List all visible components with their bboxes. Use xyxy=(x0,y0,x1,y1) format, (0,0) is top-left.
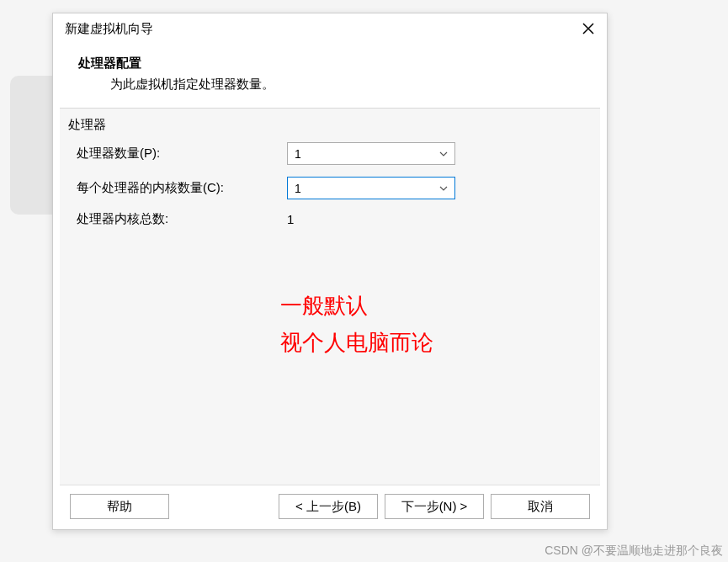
processor-count-row: 处理器数量(P): 1 xyxy=(60,136,600,171)
wizard-dialog: 新建虚拟机向导 处理器配置 为此虚拟机指定处理器数量。 处理器 处理器数量(P)… xyxy=(52,13,608,530)
processor-count-select[interactable]: 1 xyxy=(287,142,455,165)
annotation-line1: 一般默认 xyxy=(280,287,433,324)
header-section: 处理器配置 为此虚拟机指定处理器数量。 xyxy=(53,44,607,108)
button-bar: 帮助 < 上一步(B) 下一步(N) > 取消 xyxy=(60,485,600,529)
total-cores-row: 处理器内核总数: 1 xyxy=(60,205,600,233)
header-subtitle: 为此虚拟机指定处理器数量。 xyxy=(78,77,582,93)
cancel-button[interactable]: 取消 xyxy=(491,494,590,519)
next-button[interactable]: 下一步(N) > xyxy=(385,494,484,519)
total-cores-value: 1 xyxy=(287,212,294,226)
cores-per-processor-row: 每个处理器的内核数量(C): 1 xyxy=(60,171,600,205)
close-icon[interactable] xyxy=(580,20,597,37)
title-bar: 新建虚拟机向导 xyxy=(53,13,607,44)
content-area: 处理器 处理器数量(P): 1 每个处理器的内核数量(C): 1 xyxy=(60,108,600,485)
group-label: 处理器 xyxy=(60,109,600,136)
processor-count-label: 处理器数量(P): xyxy=(77,146,287,162)
back-button[interactable]: < 上一步(B) xyxy=(279,494,378,519)
cores-per-processor-select[interactable]: 1 xyxy=(287,177,455,199)
chevron-down-icon xyxy=(439,184,448,193)
cores-per-processor-label: 每个处理器的内核数量(C): xyxy=(77,180,287,196)
watermark: CSDN @不要温顺地走进那个良夜 xyxy=(545,543,723,559)
dialog-title: 新建虚拟机向导 xyxy=(65,21,153,37)
help-button[interactable]: 帮助 xyxy=(70,494,169,519)
header-title: 处理器配置 xyxy=(78,56,582,72)
processor-count-value: 1 xyxy=(295,147,301,161)
annotation-text: 一般默认 视个人电脑而论 xyxy=(280,287,433,361)
annotation-line2: 视个人电脑而论 xyxy=(280,324,433,361)
cores-per-processor-value: 1 xyxy=(295,182,301,195)
chevron-down-icon xyxy=(439,150,448,158)
total-cores-label: 处理器内核总数: xyxy=(77,211,287,227)
